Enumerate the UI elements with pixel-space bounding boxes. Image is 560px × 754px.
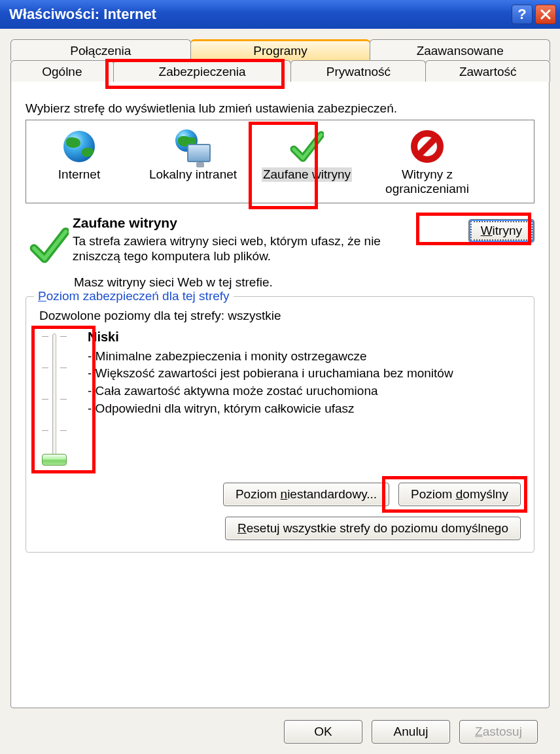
apply-button[interactable]: ZastosujZastosuj <box>459 720 538 744</box>
zone-prompt: Wybierz strefę do wyświetlenia lub zmień… <box>26 101 534 116</box>
tab-panel-security: Wybierz strefę do wyświetlenia lub zmień… <box>10 81 550 708</box>
close-button[interactable] <box>535 5 556 24</box>
tab-content[interactable]: Zawartość <box>425 60 550 82</box>
security-level-slider[interactable] <box>39 330 69 467</box>
intranet-icon <box>175 129 211 163</box>
tabstrip: Połączenia Programy Zaawansowane Ogólne … <box>10 39 550 82</box>
tab-security[interactable]: Zabezpieczenia <box>113 60 292 82</box>
tab-privacy[interactable]: Prywatność <box>290 60 426 82</box>
level-description: - Minimalne zabezpieczenia i monity ostr… <box>88 349 521 417</box>
globe-icon <box>63 131 95 162</box>
tab-advanced[interactable]: Zaawansowane <box>370 39 550 61</box>
zone-item-local-intranet[interactable]: Lokalny intranet <box>144 127 242 196</box>
default-level-button[interactable]: Poziom domyślnyPoziom domyślny <box>398 483 521 506</box>
ok-button[interactable]: OK <box>284 720 362 744</box>
tab-connections[interactable]: Połączenia <box>10 39 191 61</box>
zone-list: Internet Lokalny intranet Zaufane witryn… <box>26 120 534 203</box>
slider-thumb[interactable] <box>42 454 67 466</box>
dialog-buttons: OK Anuluj ZastosujZastosuj <box>10 708 550 744</box>
zone-detail-icon <box>26 215 73 265</box>
zone-sites-note: Masz witryny sieci Web w tej strefie. <box>74 275 534 290</box>
window-title: Właściwości: Internet <box>9 6 509 23</box>
checkmark-icon <box>290 129 324 163</box>
zone-item-restricted-sites[interactable]: Witryny z ograniczeniami <box>372 127 483 196</box>
checkmark-icon <box>29 226 69 265</box>
custom-level-button[interactable]: Poziom niestandardowy...Poziom niestanda… <box>223 483 389 506</box>
tab-programs[interactable]: Programy <box>190 39 371 61</box>
zone-item-internet[interactable]: Internet <box>30 127 128 196</box>
titlebar[interactable]: Właściwości: Internet ? <box>0 0 560 29</box>
security-level-group: Poziom zabezpieczeń dla tej strefyPoziom… <box>26 296 534 553</box>
help-button[interactable]: ? <box>512 5 533 24</box>
group-legend: Poziom zabezpieczeń dla tej strefyPoziom… <box>34 289 234 303</box>
tab-general[interactable]: Ogólne <box>10 60 114 82</box>
level-name: Niski <box>88 330 521 345</box>
reset-all-button[interactable]: Resetuj wszystkie strefy do poziomu domy… <box>225 517 521 540</box>
close-icon <box>540 9 551 20</box>
allowed-levels-label: Dozwolone poziomy dla tej strefy: wszyst… <box>39 309 521 323</box>
sites-button[interactable]: WWitrynyitryny <box>468 219 534 243</box>
cancel-button[interactable]: Anuluj <box>372 720 450 744</box>
prohibit-icon <box>411 130 444 163</box>
zone-detail-desc: Ta strefa zawiera witryny sieci web, któ… <box>73 233 412 265</box>
zone-detail-name: Zaufane witryny <box>73 215 412 231</box>
zone-item-trusted-sites[interactable]: Zaufane witryny <box>258 127 356 196</box>
